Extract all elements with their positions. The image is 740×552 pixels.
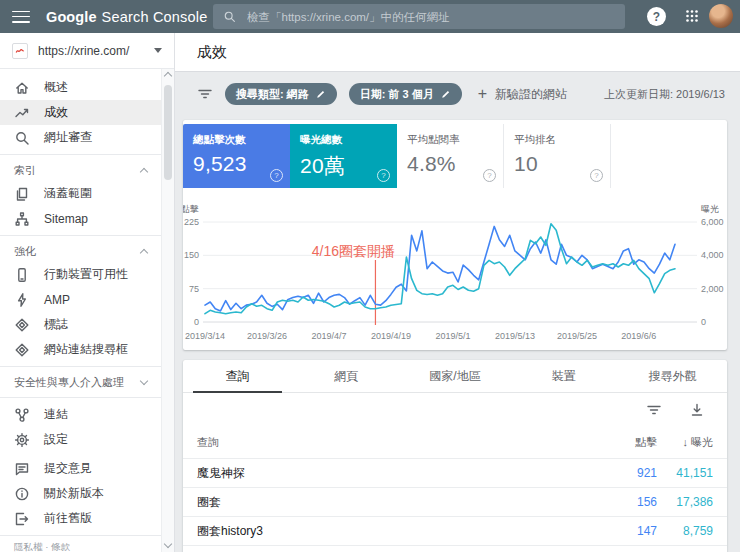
sidebar-item-sitemap[interactable]: Sitemap xyxy=(0,206,161,231)
table-row[interactable]: 圈套 156 17,386 xyxy=(183,488,727,517)
svg-text:150: 150 xyxy=(184,250,199,260)
dimension-tabs: 查詢 網頁 國家/地區 裝置 搜尋外觀 xyxy=(183,360,727,393)
performance-chart-icon xyxy=(14,105,30,121)
filter-icon[interactable] xyxy=(197,86,213,102)
metric-value: 10 xyxy=(514,152,600,176)
sidebar-item-url-inspection[interactable]: 網址審查 xyxy=(0,125,161,150)
help-button[interactable]: ? xyxy=(647,7,666,26)
sidebar-item-about-new-version[interactable]: 關於新版本 xyxy=(0,481,161,506)
sidebar: https://xrine.com/ 概述 成效 網址審查 索引 涵蓋範圍 Si… xyxy=(0,33,175,552)
sitemap-icon xyxy=(14,211,30,227)
sidebar-nav: 概述 成效 網址審查 索引 涵蓋範圍 Sitemap 強化 xyxy=(0,69,161,552)
user-avatar[interactable] xyxy=(709,4,733,28)
column-header-clicks[interactable]: 點擊 xyxy=(597,435,657,450)
diamond-icon xyxy=(14,342,30,358)
sidebar-section-enhancements[interactable]: 強化 xyxy=(0,240,161,262)
apps-grid-button[interactable] xyxy=(684,8,700,24)
svg-text:2019/4/7: 2019/4/7 xyxy=(311,331,346,341)
sidebar-section-security[interactable]: 安全性與專人介入處理 xyxy=(0,371,161,393)
section-label: 索引 xyxy=(14,163,36,178)
menu-icon[interactable] xyxy=(12,11,30,23)
total-clicks-card[interactable]: 總點擊次數 9,523 ? xyxy=(183,124,290,188)
sidebar-item-feedback[interactable]: 提交意見 xyxy=(0,456,161,481)
average-ctr-card[interactable]: 平均點閱率 4.8% ? xyxy=(397,124,504,188)
sidebar-item-amp[interactable]: AMP xyxy=(0,287,161,312)
metric-label: 總點擊次數 xyxy=(193,133,280,147)
exit-arrow-icon xyxy=(14,511,30,527)
tab-label: 國家/地區 xyxy=(429,368,480,385)
table-toolbar xyxy=(183,393,727,426)
clicks-cell: 147 xyxy=(597,524,657,538)
main-content: 成效 搜尋類型: 網路 日期: 前 3 個月 + 新驗證的網站 上次更新日期: … xyxy=(175,33,740,552)
svg-text:2019/4/19: 2019/4/19 xyxy=(371,331,411,341)
property-favicon-icon xyxy=(12,43,28,59)
sidebar-item-performance[interactable]: 成效 xyxy=(0,100,161,125)
scroll-up-icon[interactable] xyxy=(164,72,172,80)
table-filter-icon[interactable] xyxy=(646,402,662,418)
search-icon xyxy=(223,10,236,23)
property-url: https://xrine.com/ xyxy=(38,44,129,58)
filter-bar: 搜尋類型: 網路 日期: 前 3 個月 + 新驗證的網站 上次更新日期: 201… xyxy=(197,81,725,107)
sidebar-item-go-to-old-version[interactable]: 前往舊版 xyxy=(0,506,161,531)
tab-label: 裝置 xyxy=(552,368,576,385)
sidebar-item-sitelinks-searchbox[interactable]: 網站連結搜尋框 xyxy=(0,337,161,362)
metric-label: 平均排名 xyxy=(514,133,600,147)
sidebar-item-overview[interactable]: 概述 xyxy=(0,75,161,100)
sidebar-footer-links[interactable]: 隱私權 · 條款 xyxy=(0,541,161,552)
link-nodes-icon xyxy=(14,407,30,423)
sidebar-item-label: 成效 xyxy=(44,104,68,121)
sidebar-item-label: AMP xyxy=(44,293,70,307)
property-selector[interactable]: https://xrine.com/ xyxy=(0,33,174,69)
download-icon[interactable] xyxy=(689,402,705,418)
clicks-cell: 921 xyxy=(597,466,657,480)
help-icon[interactable]: ? xyxy=(377,169,390,182)
chevron-up-icon xyxy=(140,249,148,257)
sidebar-item-label: 設定 xyxy=(44,431,68,448)
total-impressions-card[interactable]: 曝光總數 20萬 ? xyxy=(290,124,397,188)
plus-icon: + xyxy=(478,86,487,102)
help-icon[interactable]: ? xyxy=(590,169,603,182)
column-header-impressions[interactable]: ↓ 曝光 xyxy=(657,435,713,450)
metric-value: 9,523 xyxy=(193,152,280,176)
table-row[interactable]: 圈套history3 147 8,759 xyxy=(183,517,727,546)
sidebar-section-index[interactable]: 索引 xyxy=(0,159,161,181)
scrollbar-thumb[interactable] xyxy=(164,85,172,180)
impressions-cell: 8,759 xyxy=(657,524,713,538)
sidebar-item-logos[interactable]: 標誌 xyxy=(0,312,161,337)
search-input[interactable] xyxy=(245,10,615,24)
magnifier-icon xyxy=(14,130,30,146)
performance-line-chart[interactable]: 07515022502,0004,0006,000點擊曝光2019/3/1420… xyxy=(183,204,727,346)
new-filter-button[interactable]: + 新驗證的網站 xyxy=(478,86,567,103)
search-type-chip[interactable]: 搜尋類型: 網路 xyxy=(225,83,337,105)
help-icon[interactable]: ? xyxy=(483,169,496,182)
sidebar-item-settings[interactable]: 設定 xyxy=(0,427,161,452)
pages-icon xyxy=(14,186,30,202)
svg-text:2019/5/1: 2019/5/1 xyxy=(435,331,470,341)
help-icon[interactable]: ? xyxy=(270,169,283,182)
sidebar-item-coverage[interactable]: 涵蓋範圍 xyxy=(0,181,161,206)
average-position-card[interactable]: 平均排名 10 ? xyxy=(504,124,611,188)
metric-label: 曝光總數 xyxy=(300,133,387,147)
impressions-cell: 41,151 xyxy=(657,466,713,480)
url-inspect-searchbar[interactable] xyxy=(213,4,625,29)
sidebar-scrollbar[interactable] xyxy=(161,69,174,552)
metric-label: 平均點閱率 xyxy=(407,133,493,147)
column-header-query[interactable]: 查詢 xyxy=(197,435,597,450)
logo-google: Google xyxy=(46,9,97,25)
tab-search-appearance[interactable]: 搜尋外觀 xyxy=(618,360,727,392)
scroll-down-icon[interactable] xyxy=(164,540,172,548)
tab-devices[interactable]: 裝置 xyxy=(509,360,618,392)
tab-countries[interactable]: 國家/地區 xyxy=(401,360,510,392)
sidebar-item-links[interactable]: 連結 xyxy=(0,402,161,427)
tab-pages[interactable]: 網頁 xyxy=(292,360,401,392)
tab-queries[interactable]: 查詢 xyxy=(183,360,292,392)
sidebar-item-mobile-usability[interactable]: 行動裝置可用性 xyxy=(0,262,161,287)
metric-value: 20萬 xyxy=(300,152,387,180)
query-cell: 魔鬼神探 xyxy=(197,465,597,482)
date-range-chip[interactable]: 日期: 前 3 個月 xyxy=(349,83,462,105)
svg-text:4,000: 4,000 xyxy=(701,250,724,260)
table-row[interactable]: 魔鬼神探 921 41,151 xyxy=(183,459,727,488)
app-header: GoogleSearch Console ? xyxy=(0,0,740,33)
logo-product: Search Console xyxy=(102,9,208,25)
svg-text:2019/3/14: 2019/3/14 xyxy=(185,331,225,341)
